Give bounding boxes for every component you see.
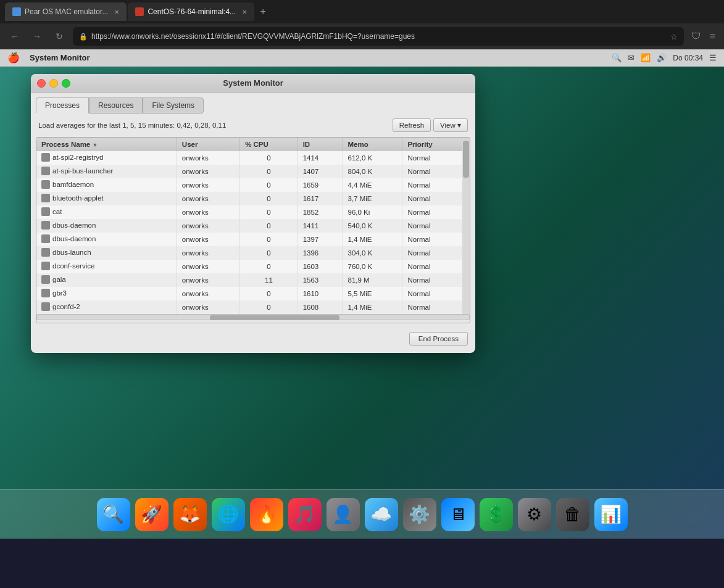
address-bar[interactable]: 🔒 ☆ bbox=[73, 27, 684, 46]
address-input[interactable] bbox=[91, 32, 667, 41]
process-cpu: 0 bbox=[240, 260, 298, 273]
process-name: dconf-service bbox=[52, 262, 94, 270]
col-priority[interactable]: Priority bbox=[402, 138, 462, 151]
dock-item-settings2[interactable]: ⚙ Settings bbox=[518, 498, 551, 531]
process-user: onworks bbox=[177, 219, 239, 233]
table-row[interactable]: gala onworks11156381,9 MNormal bbox=[36, 273, 462, 287]
window-close-button[interactable] bbox=[37, 79, 46, 88]
back-button[interactable]: ← bbox=[6, 28, 23, 45]
col-user[interactable]: User bbox=[177, 138, 239, 151]
h-scrollbar-thumb[interactable] bbox=[210, 315, 339, 320]
apple-menu[interactable]: 🍎 bbox=[7, 52, 20, 64]
dock-item-trash[interactable]: 🗑 Trash bbox=[556, 498, 589, 531]
process-icon bbox=[41, 234, 50, 243]
sort-arrow-icon: ▼ bbox=[92, 142, 98, 148]
dock-icon-rocket: 🚀 bbox=[141, 504, 162, 524]
tab-2[interactable]: CentOS-76-64-minimal:4... ✕ bbox=[128, 2, 254, 21]
dock-item-rocket[interactable]: 🚀 Rocket bbox=[135, 498, 169, 531]
process-icon bbox=[41, 194, 50, 202]
dock-item-cydia[interactable]: ⚙️ Cydia bbox=[403, 498, 436, 531]
table-row[interactable]: bamfdaemon onworks016594,4 MiENormal bbox=[36, 178, 462, 192]
process-user: onworks bbox=[177, 192, 239, 205]
tab-1[interactable]: Pear OS MAC emulator... ✕ bbox=[5, 2, 127, 21]
process-name-cell: bluetooth-applet bbox=[36, 192, 177, 205]
table-row[interactable]: dconf-service onworks01603760,0 KNormal bbox=[36, 260, 462, 273]
refresh-button[interactable]: Refresh bbox=[393, 118, 431, 132]
process-name: dbus-daemon bbox=[52, 222, 96, 229]
tab-processes[interactable]: Processes bbox=[36, 97, 89, 114]
menu-button[interactable]: ≡ bbox=[707, 28, 718, 44]
list-icon[interactable]: ☰ bbox=[709, 53, 717, 62]
dock-item-contacts[interactable]: 👤 Contacts bbox=[327, 498, 360, 531]
table-row[interactable]: cat onworks0185296,0 KiNormal bbox=[36, 205, 462, 219]
window-controls bbox=[37, 79, 70, 88]
tab2-close[interactable]: ✕ bbox=[242, 9, 247, 15]
view-button[interactable]: View ▾ bbox=[433, 118, 468, 132]
dock-item-music[interactable]: 🎵 Music bbox=[288, 498, 322, 531]
process-name-cell: gbr3 bbox=[36, 287, 177, 300]
volume-icon[interactable]: 🔊 bbox=[657, 53, 667, 62]
process-icon bbox=[41, 180, 50, 189]
clock: Do 00:34 bbox=[673, 54, 703, 62]
process-id: 1414 bbox=[298, 151, 343, 165]
table-row[interactable]: at-spi2-registryd onworks01414612,0 KNor… bbox=[36, 151, 462, 165]
dock-item-monitor[interactable]: 📊 Monitor bbox=[594, 498, 628, 531]
dock-item-cloud[interactable]: ☁️ Cloud bbox=[365, 498, 398, 531]
dock-item-globe[interactable]: 🌐 Globe bbox=[212, 498, 245, 531]
new-tab-button[interactable]: + bbox=[256, 4, 270, 19]
window-maximize-button[interactable] bbox=[62, 79, 70, 88]
process-priority: Normal bbox=[402, 287, 462, 300]
process-memory: 4,4 MiE bbox=[343, 178, 402, 192]
dock-item-finder[interactable]: 🔍 Finder bbox=[97, 498, 130, 531]
dock: 🔍 Finder🚀 Rocket🦊 Firefox Web Browser🌐 G… bbox=[0, 489, 724, 539]
vertical-scrollbar[interactable] bbox=[462, 138, 470, 314]
table-row[interactable]: at-spi-bus-launcher onworks01407804,0 KN… bbox=[36, 165, 462, 178]
table-row[interactable]: gbr3 onworks016105,5 MiENormal bbox=[36, 287, 462, 300]
table-row[interactable]: bluetooth-applet onworks016173,7 MiENorm… bbox=[36, 192, 462, 205]
dock-item-firefox[interactable]: 🦊 Firefox Web Browser bbox=[173, 498, 207, 531]
process-user: onworks bbox=[177, 151, 239, 165]
tab1-label: Pear OS MAC emulator... bbox=[25, 7, 108, 16]
bookmark-icon[interactable]: ☆ bbox=[670, 32, 678, 41]
col-cpu[interactable]: % CPU bbox=[240, 138, 298, 151]
window-minimize-button[interactable] bbox=[49, 79, 58, 88]
shield-icon[interactable]: 🛡 bbox=[689, 28, 704, 44]
table-row[interactable]: dbus-launch onworks01396304,0 KNormal bbox=[36, 246, 462, 260]
col-memory[interactable]: Memo bbox=[343, 138, 402, 151]
process-cpu: 0 bbox=[240, 192, 298, 205]
tab-file-systems[interactable]: File Systems bbox=[143, 97, 204, 114]
table-row[interactable]: dbus-daemon onworks01411540,0 KNormal bbox=[36, 219, 462, 233]
dock-icon-cydia: ⚙️ bbox=[409, 504, 430, 524]
process-cpu: 11 bbox=[240, 273, 298, 287]
table-row[interactable]: dbus-daemon onworks013971,4 MiENormal bbox=[36, 233, 462, 246]
process-priority: Normal bbox=[402, 205, 462, 219]
dock-item-dollar[interactable]: 💲 Dollar bbox=[480, 498, 513, 531]
horizontal-scrollbar[interactable] bbox=[36, 314, 470, 320]
process-user: onworks bbox=[177, 260, 239, 273]
search-icon[interactable]: 🔍 bbox=[612, 53, 622, 62]
dock-item-flame[interactable]: 🔥 Flame bbox=[250, 498, 283, 531]
process-id: 1852 bbox=[298, 205, 343, 219]
process-user: onworks bbox=[177, 300, 239, 314]
tab1-close[interactable]: ✕ bbox=[114, 9, 119, 15]
dock-item-desktop[interactable]: 🖥 Desktop bbox=[441, 498, 475, 531]
col-id[interactable]: ID bbox=[298, 138, 343, 151]
refresh-button[interactable]: ↻ bbox=[51, 28, 68, 45]
process-cpu: 0 bbox=[240, 178, 298, 192]
process-cpu: 0 bbox=[240, 246, 298, 260]
tab-resources[interactable]: Resources bbox=[89, 97, 143, 114]
process-name-cell: dbus-launch bbox=[36, 246, 177, 260]
process-icon bbox=[41, 248, 50, 257]
tab2-label: CentOS-76-64-minimal:4... bbox=[148, 7, 236, 16]
end-process-button[interactable]: End Process bbox=[409, 332, 468, 346]
forward-button[interactable]: → bbox=[28, 28, 46, 45]
col-process-name[interactable]: Process Name ▼ bbox=[36, 138, 177, 151]
tab2-favicon bbox=[135, 7, 144, 16]
process-id: 1608 bbox=[298, 300, 343, 314]
mail-icon[interactable]: ✉ bbox=[628, 53, 635, 62]
footer-bar: End Process bbox=[36, 328, 470, 348]
network-icon[interactable]: 📶 bbox=[641, 53, 651, 62]
table-row[interactable]: gconfd-2 onworks016081,4 MiENormal bbox=[36, 300, 462, 314]
process-user: onworks bbox=[177, 246, 239, 260]
scrollbar-thumb[interactable] bbox=[463, 141, 469, 178]
